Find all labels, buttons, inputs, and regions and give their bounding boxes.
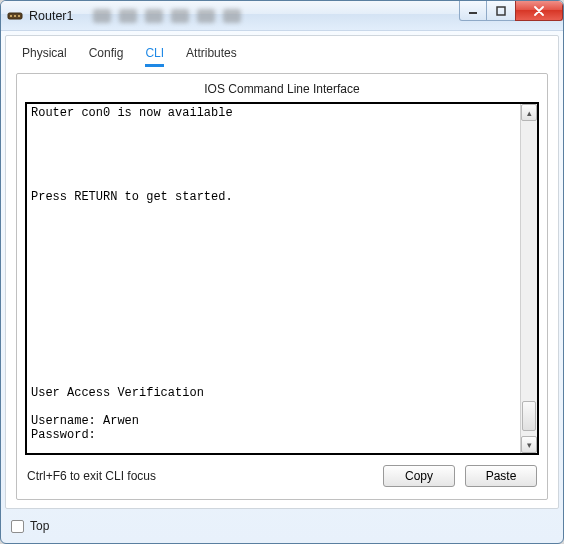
copy-button[interactable]: Copy [383, 465, 455, 487]
bottom-strip: Top [1, 513, 563, 543]
tab-physical[interactable]: Physical [22, 46, 67, 67]
minimize-button[interactable] [459, 1, 487, 21]
tab-cli[interactable]: CLI [145, 46, 164, 67]
scroll-thumb[interactable] [522, 401, 536, 431]
window-controls [460, 1, 563, 21]
svg-rect-5 [497, 7, 505, 15]
tab-config[interactable]: Config [89, 46, 124, 67]
top-checkbox[interactable] [11, 520, 24, 533]
terminal-container: Router con0 is now available Press RETUR… [25, 102, 539, 455]
cli-panel-title: IOS Command Line Interface [25, 80, 539, 102]
cli-footer: Ctrl+F6 to exit CLI focus Copy Paste [25, 455, 539, 489]
svg-point-1 [10, 15, 12, 17]
svg-point-3 [18, 15, 20, 17]
tab-attributes[interactable]: Attributes [186, 46, 237, 67]
svg-point-2 [14, 15, 16, 17]
top-checkbox-label: Top [30, 519, 49, 533]
terminal-output[interactable]: Router con0 is now available Press RETUR… [27, 104, 520, 453]
maximize-button[interactable] [486, 1, 516, 21]
close-button[interactable] [515, 1, 563, 21]
cli-panel: IOS Command Line Interface Router con0 i… [16, 73, 548, 500]
client-area: Physical Config CLI Attributes IOS Comma… [5, 35, 559, 509]
blurred-toolbar [93, 9, 241, 23]
cli-button-group: Copy Paste [383, 465, 537, 487]
paste-button[interactable]: Paste [465, 465, 537, 487]
title-bar[interactable]: Router1 [1, 1, 563, 31]
cli-hint-text: Ctrl+F6 to exit CLI focus [27, 469, 156, 483]
window-title: Router1 [29, 9, 73, 23]
svg-rect-4 [469, 12, 477, 14]
scroll-up-arrow-icon[interactable]: ▴ [521, 104, 537, 121]
scroll-down-arrow-icon[interactable]: ▾ [521, 436, 537, 453]
tab-strip: Physical Config CLI Attributes [16, 42, 548, 69]
app-window: Router1 Physical Config CLI Attributes I… [0, 0, 564, 544]
router-icon [7, 8, 23, 24]
terminal-scrollbar[interactable]: ▴ ▾ [520, 104, 537, 453]
